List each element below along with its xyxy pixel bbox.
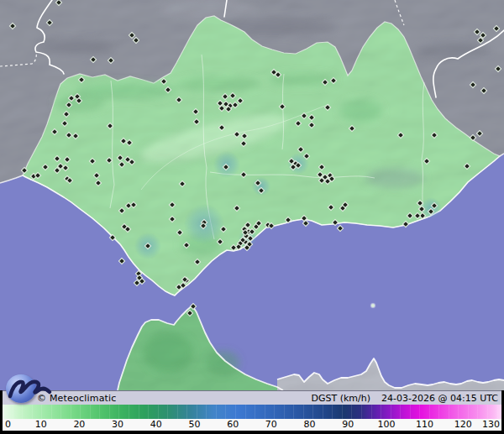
station-marker[interactable] (432, 133, 437, 138)
station-marker[interactable] (242, 133, 247, 139)
station-marker[interactable] (218, 101, 223, 106)
station-marker[interactable] (194, 119, 199, 124)
station-marker[interactable] (219, 106, 224, 111)
station-marker[interactable] (480, 33, 486, 38)
station-marker[interactable] (55, 156, 60, 161)
station-marker[interactable] (494, 26, 499, 31)
station-marker[interactable] (131, 202, 136, 207)
station-marker[interactable] (296, 163, 301, 168)
station-marker[interactable] (303, 221, 308, 226)
station-marker[interactable] (424, 159, 429, 164)
station-marker[interactable] (161, 79, 166, 84)
station-marker[interactable] (110, 235, 115, 240)
station-marker[interactable] (125, 227, 130, 232)
station-marker[interactable] (419, 207, 424, 212)
station-marker[interactable] (94, 173, 99, 178)
station-marker[interactable] (465, 164, 470, 169)
station-marker[interactable] (119, 162, 124, 167)
station-marker[interactable] (108, 58, 113, 63)
station-marker[interactable] (238, 98, 243, 103)
station-marker[interactable] (218, 239, 223, 244)
station-marker[interactable] (129, 33, 134, 38)
station-marker[interactable] (195, 259, 200, 264)
station-marker[interactable] (403, 222, 408, 227)
station-marker[interactable] (64, 112, 69, 117)
station-marker[interactable] (302, 216, 307, 221)
station-marker[interactable] (323, 80, 328, 85)
station-marker[interactable] (407, 213, 412, 218)
station-marker[interactable] (280, 104, 285, 109)
station-marker[interactable] (63, 165, 68, 170)
station-marker[interactable] (127, 140, 132, 145)
station-marker[interactable] (481, 88, 486, 93)
station-marker[interactable] (126, 203, 131, 208)
station-marker[interactable] (470, 82, 475, 87)
station-marker[interactable] (66, 133, 71, 138)
station-marker[interactable] (233, 102, 238, 107)
station-marker[interactable] (398, 133, 403, 138)
station-marker[interactable] (170, 202, 175, 207)
station-marker[interactable] (91, 57, 96, 62)
station-marker[interactable] (58, 164, 63, 169)
station-marker[interactable] (139, 279, 144, 284)
station-marker[interactable] (69, 96, 74, 101)
station-marker[interactable] (415, 213, 420, 218)
station-marker[interactable] (180, 181, 185, 186)
station-marker[interactable] (241, 172, 246, 177)
station-marker[interactable] (76, 98, 81, 103)
station-marker[interactable] (107, 158, 112, 163)
station-marker[interactable] (309, 115, 314, 120)
station-marker[interactable] (129, 159, 134, 165)
station-marker[interactable] (170, 217, 175, 222)
station-marker[interactable] (249, 229, 255, 234)
station-marker[interactable] (55, 168, 60, 173)
station-marker[interactable] (73, 133, 78, 139)
station-marker[interactable] (134, 38, 139, 43)
station-marker[interactable] (328, 205, 333, 210)
station-marker[interactable] (470, 135, 475, 140)
station-marker[interactable] (319, 178, 324, 183)
station-marker[interactable] (234, 206, 239, 211)
station-marker[interactable] (259, 188, 264, 193)
station-marker[interactable] (302, 113, 307, 118)
station-marker[interactable] (191, 304, 196, 309)
station-marker[interactable] (52, 129, 57, 134)
station-marker[interactable] (108, 123, 113, 128)
station-marker[interactable] (319, 165, 324, 170)
station-marker[interactable] (177, 230, 182, 235)
station-marker[interactable] (79, 77, 84, 82)
station-marker[interactable] (219, 125, 224, 130)
station-marker[interactable] (231, 245, 236, 250)
station-marker[interactable] (349, 126, 354, 131)
station-marker[interactable] (118, 155, 123, 160)
station-marker[interactable] (134, 280, 139, 285)
station-marker[interactable] (234, 132, 239, 137)
station-marker[interactable] (22, 168, 27, 173)
station-marker[interactable] (428, 209, 433, 214)
station-marker[interactable] (90, 159, 95, 164)
station-marker[interactable] (477, 131, 482, 136)
station-marker[interactable] (67, 178, 72, 183)
meteoclimatic-logo[interactable] (6, 373, 41, 405)
station-marker[interactable] (47, 20, 52, 25)
station-marker[interactable] (255, 180, 260, 186)
station-marker[interactable] (223, 94, 228, 99)
station-marker[interactable] (296, 121, 301, 126)
station-marker[interactable] (475, 29, 480, 34)
station-marker[interactable] (276, 72, 281, 77)
station-marker[interactable] (286, 217, 291, 222)
station-marker[interactable] (221, 227, 226, 232)
station-marker[interactable] (338, 226, 343, 231)
station-marker[interactable] (248, 236, 253, 241)
station-marker[interactable] (35, 173, 40, 178)
station-marker[interactable] (420, 213, 425, 218)
station-marker[interactable] (417, 201, 423, 206)
station-marker[interactable] (269, 223, 274, 228)
station-marker[interactable] (176, 97, 181, 102)
station-marker[interactable] (145, 243, 150, 248)
station-marker[interactable] (478, 38, 483, 43)
station-marker[interactable] (201, 223, 206, 228)
station-marker[interactable] (62, 121, 67, 126)
station-marker[interactable] (304, 154, 309, 159)
station-marker[interactable] (333, 220, 338, 225)
